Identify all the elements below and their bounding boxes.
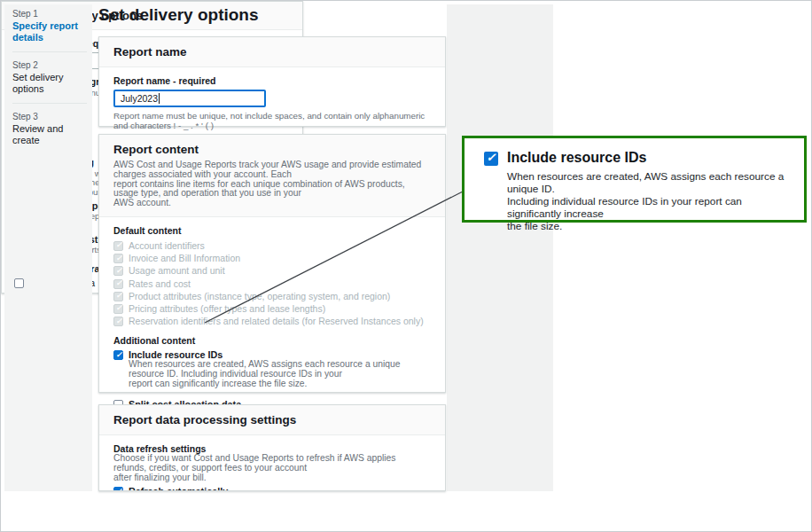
checkbox-account-identifiers — [113, 241, 123, 251]
list-item: Invoice and Bill Information — [113, 253, 431, 263]
description-line: When resources are created, AWS assigns … — [129, 360, 431, 379]
checkbox-rates-and-cost — [113, 279, 123, 289]
report-data-processing-card: Report data processing settings Data ref… — [98, 404, 446, 491]
checkbox-include-resource-ids-zoomed[interactable] — [484, 152, 498, 166]
checkbox-invoice-bill-information — [113, 254, 123, 263]
checkbox-label: Rates and cost — [129, 278, 191, 289]
description-line: report contains line items for each uniq… — [113, 180, 431, 200]
checkbox-refresh-automatically[interactable] — [113, 487, 123, 491]
checkbox-usage-amount-unit — [113, 266, 123, 276]
text-caret — [159, 93, 160, 104]
callout-title: Include resource IDs — [507, 150, 792, 166]
checkbox-label: Usage amount and unit — [129, 265, 225, 276]
list-item: Reservation identifiers and related deta… — [113, 316, 431, 326]
list-item: Account identifiers — [113, 240, 431, 251]
divider — [12, 103, 87, 104]
description-line: report can significantly increase the fi… — [129, 379, 431, 389]
report-content-card: Report content AWS Cost and Usage Report… — [98, 134, 446, 393]
additional-content-label: Additional content — [113, 335, 431, 346]
screenshot-frame: Step 1 Specify report details Step 2 Set… — [0, 0, 812, 532]
sidebar-item-review-and-create[interactable]: Review and create — [12, 123, 87, 146]
sidebar-item-set-delivery-options[interactable]: Set delivery options — [12, 72, 87, 95]
wizard-step-3: Step 3 Review and create — [12, 112, 87, 146]
list-item: Pricing attributes (offer types and leas… — [113, 303, 431, 314]
checkbox-reservation-identifiers — [113, 317, 123, 326]
default-content-label: Default content — [113, 225, 431, 236]
report-name-input[interactable]: July2023 — [113, 90, 266, 107]
list-item: Rates and cost — [113, 278, 431, 289]
card-title: Report name — [113, 45, 431, 59]
default-content-list: Account identifiers Invoice and Bill Inf… — [113, 240, 431, 326]
step-number: Step 3 — [12, 112, 87, 121]
card-description: AWS Cost and Usage Reports track your AW… — [113, 160, 431, 208]
report-name-label: Report name - required — [113, 75, 431, 86]
card-body: Data refresh settings Choose if you want… — [99, 435, 445, 491]
wizard-step-2: Step 2 Set delivery options — [12, 60, 87, 95]
description-line: the file size. — [507, 220, 792, 232]
description-line: When resources are created, AWS assigns … — [507, 170, 792, 195]
page-backdrop — [447, 4, 553, 491]
card-title: Report data processing settings — [113, 413, 431, 426]
step-number: Step 1 — [12, 9, 87, 19]
include-resource-ids-option[interactable]: Include resource IDs When resources are … — [113, 349, 431, 388]
include-resource-ids-callout: Include resource IDs When resources are … — [462, 136, 807, 223]
checkbox-pricing-attributes — [113, 304, 123, 314]
checkbox-label: Pricing attributes (offer types and leas… — [129, 303, 325, 314]
checkbox-amazon-athena[interactable] — [14, 278, 24, 288]
sidebar-item-specify-report-details[interactable]: Specify report details — [12, 20, 87, 43]
description-line: Choose if you want Cost and Usage Report… — [113, 454, 431, 473]
step-number: Step 2 — [12, 60, 87, 70]
list-item: Product attributes (instance type, opera… — [113, 291, 431, 301]
divider — [12, 51, 87, 52]
page-title: Set delivery options — [98, 5, 259, 25]
refresh-automatically-option[interactable]: Refresh automatically AWS updates the re… — [113, 486, 431, 491]
card-header: Report content AWS Cost and Usage Report… — [99, 135, 445, 217]
description-line: after finalizing your bill. — [113, 473, 431, 483]
report-name-hint: Report name must be unique, not include … — [113, 111, 431, 130]
option-description: When resources are created, AWS assigns … — [129, 360, 431, 388]
card-title: Report content — [113, 143, 431, 156]
checkbox-include-resource-ids[interactable] — [113, 350, 123, 360]
list-item: Usage amount and unit — [113, 265, 431, 276]
checkbox-label: Product attributes (instance type, opera… — [129, 291, 390, 301]
report-name-card: Report name Report name - required July2… — [98, 36, 446, 127]
card-header: Report data processing settings — [99, 405, 445, 435]
callout-description: When resources are created, AWS assigns … — [507, 170, 792, 232]
option-label: Refresh automatically — [129, 486, 431, 491]
report-name-value: July2023 — [121, 93, 158, 104]
checkbox-label: Reservation identifiers and related deta… — [129, 316, 424, 326]
description-line: AWS account. — [113, 199, 431, 208]
wizard-step-1: Step 1 Specify report details — [12, 9, 87, 43]
description-line: AWS Cost and Usage Reports track your AW… — [113, 160, 431, 180]
card-header: Report name — [99, 37, 445, 67]
description-line: Including individual resource IDs in you… — [507, 195, 792, 220]
wizard-steps-nav: Step 1 Specify report details Step 2 Set… — [12, 9, 87, 146]
data-refresh-hint: Choose if you want Cost and Usage Report… — [113, 454, 431, 482]
checkbox-label: Account identifiers — [129, 240, 205, 251]
card-body: Report name - required July2023 Report n… — [99, 67, 445, 138]
checkbox-product-attributes — [113, 292, 123, 301]
checkbox-label: Invoice and Bill Information — [129, 253, 240, 263]
